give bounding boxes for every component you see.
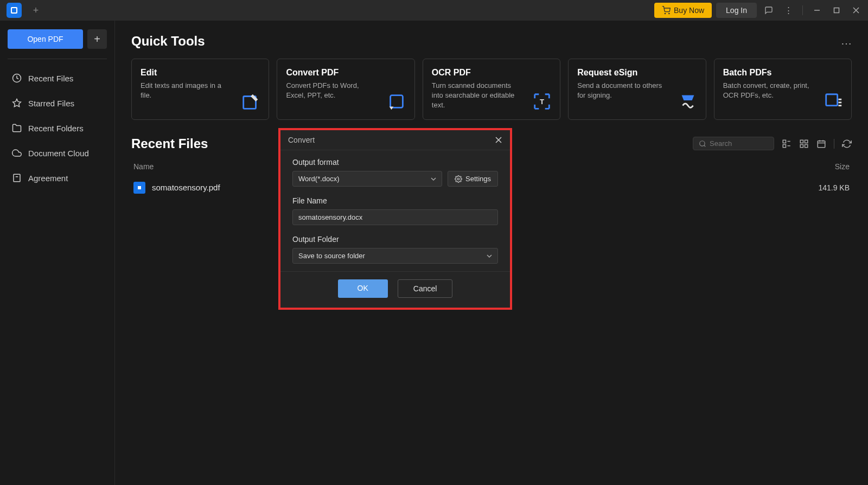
svg-rect-21 [783,140,786,143]
dialog-body: Output format Word(*.docx) Settings File… [280,150,510,271]
open-pdf-label: Open PDF [27,35,63,43]
esign-icon [678,91,698,112]
sidebar-item-starred-files[interactable]: Starred Files [8,91,107,116]
quick-tools-title: Quick Tools [131,34,852,49]
tool-title: Batch PDFs [723,68,843,78]
svg-rect-22 [783,144,786,147]
svg-rect-28 [805,144,808,147]
cart-icon [662,6,671,15]
convert-dialog: Convert Output format Word(*.docx) Setti… [278,128,512,310]
file-name-label: File Name [292,196,498,205]
sidebar-item-label: Starred Files [28,99,74,108]
output-format-select[interactable]: Word(*.docx) [292,171,442,187]
svg-text:T: T [540,97,544,105]
more-menu-button[interactable]: ⋮ [781,3,796,18]
sidebar-divider [8,59,107,59]
title-bar-left: + [4,3,43,18]
chevron-down-icon [487,253,492,259]
quick-tools-more-button[interactable]: ⋯ [841,37,852,50]
svg-rect-27 [800,144,803,147]
feedback-icon[interactable] [761,3,776,18]
svg-rect-1 [12,8,16,12]
svg-rect-34 [138,186,141,189]
login-button[interactable]: Log In [716,3,757,18]
close-icon [495,136,502,144]
tool-card-ocr[interactable]: OCR PDF Turn scanned documents into sear… [423,59,560,120]
sidebar-item-label: Recent Folders [28,124,84,133]
edit-icon [240,91,261,112]
svg-point-3 [669,13,669,14]
folder-icon [12,123,22,133]
sidebar-top: Open PDF + [8,29,107,49]
title-bar: + Buy Now Log In ⋮ [0,0,868,21]
buy-now-label: Buy Now [674,6,704,15]
sidebar: Open PDF + Recent Files Starred Files Re… [0,21,115,485]
output-folder-label: Output Folder [292,235,498,244]
output-folder-select[interactable]: Save to source folder [292,248,498,264]
search-box[interactable] [693,137,774,150]
maximize-button[interactable] [829,3,844,18]
svg-rect-29 [818,141,825,147]
tool-card-batch[interactable]: Batch PDFs Batch convert, create, print,… [714,59,852,120]
svg-point-19 [700,141,705,145]
settings-label: Settings [465,175,491,183]
separator [834,139,834,149]
sidebar-item-label: Document Cloud [28,149,89,158]
new-tab-button[interactable]: + [28,3,43,18]
date-view-button[interactable] [816,139,826,149]
tool-title: Convert PDF [286,68,405,78]
svg-rect-26 [805,140,808,143]
tool-title: Edit [141,68,260,78]
svg-rect-25 [800,140,803,143]
list-view-button[interactable] [782,139,792,149]
buy-now-button[interactable]: Buy Now [654,3,712,18]
convert-icon [386,91,407,112]
ok-button[interactable]: OK [338,279,388,298]
dialog-footer: OK Cancel [280,271,510,308]
refresh-button[interactable] [842,139,852,149]
sidebar-item-label: Recent Files [28,74,73,83]
dialog-close-button[interactable] [495,136,502,144]
gear-icon [455,175,462,183]
tool-card-edit[interactable]: Edit Edit texts and images in a file. [131,59,269,120]
sidebar-item-recent-folders[interactable]: Recent Folders [8,116,107,141]
output-settings-button[interactable]: Settings [448,171,498,187]
svg-rect-5 [834,8,839,13]
tool-card-convert[interactable]: Convert PDF Convert PDFs to Word, Excel,… [277,59,414,120]
separator [802,5,803,15]
ocr-icon: T [532,91,552,112]
chevron-down-icon [431,176,436,182]
search-input[interactable] [710,139,768,148]
sidebar-item-agreement[interactable]: Agreement [8,165,107,190]
app-logo[interactable] [7,3,22,18]
document-icon [12,173,22,183]
svg-line-20 [704,145,705,146]
search-icon [699,140,706,148]
svg-point-37 [457,178,459,180]
star-icon [12,98,22,108]
new-file-button[interactable]: + [87,29,107,49]
tool-card-esign[interactable]: Request eSign Send a document to others … [568,59,706,120]
ok-label: OK [358,284,368,292]
tool-title: OCR PDF [432,68,551,78]
svg-marker-9 [13,99,21,107]
output-folder-value: Save to source folder [298,252,365,260]
batch-icon [823,91,844,112]
title-bar-right: Buy Now Log In ⋮ [654,3,864,18]
sidebar-item-document-cloud[interactable]: Document Cloud [8,141,107,165]
svg-rect-10 [14,174,20,182]
cloud-icon [12,148,22,158]
output-format-value: Word(*.docx) [298,175,340,183]
file-name-input[interactable] [292,209,498,225]
minimize-button[interactable] [809,3,825,18]
recent-files-title: Recent Files [131,136,208,151]
tool-title: Request eSign [577,68,697,78]
cancel-label: Cancel [413,284,437,293]
grid-view-button[interactable] [799,139,809,149]
sidebar-item-recent-files[interactable]: Recent Files [8,66,107,91]
svg-rect-13 [390,95,403,107]
column-size[interactable]: Size [795,162,850,171]
cancel-button[interactable]: Cancel [398,279,453,298]
close-window-button[interactable] [848,3,864,18]
open-pdf-button[interactable]: Open PDF [8,29,83,49]
